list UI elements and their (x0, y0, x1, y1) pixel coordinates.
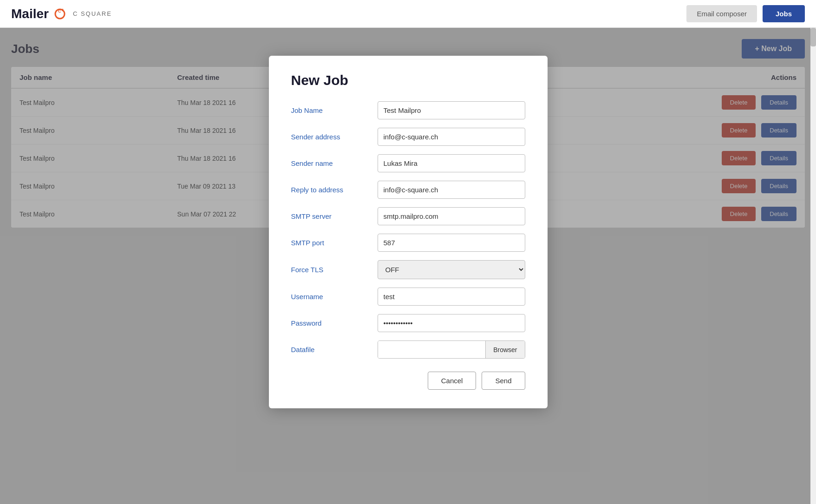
password-label: Password (291, 319, 370, 327)
svg-text:2: 2 (62, 8, 64, 12)
reply-to-address-input[interactable] (378, 181, 525, 199)
modal-title: New Job (291, 72, 525, 88)
password-input[interactable] (378, 314, 525, 332)
job-name-row: Job Name (291, 101, 525, 119)
datafile-label: Datafile (291, 346, 370, 353)
sender-name-input[interactable] (378, 154, 525, 172)
sender-address-input[interactable] (378, 128, 525, 146)
browser-button[interactable]: Browser (485, 341, 524, 358)
jobs-nav-button[interactable]: Jobs (763, 5, 805, 22)
smtp-port-input[interactable] (378, 234, 525, 252)
logo: Mailer C 2 C SQUARE (11, 6, 112, 22)
smtp-server-row: SMTP server (291, 207, 525, 225)
page-content: Jobs + New Job Job name Created time ed … (0, 28, 816, 504)
scrollbar-track[interactable] (810, 28, 816, 504)
datafile-input-wrap: Browser (378, 340, 525, 359)
sender-address-label: Sender address (291, 133, 370, 141)
cancel-button[interactable]: Cancel (428, 372, 477, 390)
header-nav: Email composer Jobs (686, 5, 805, 22)
username-input[interactable] (378, 288, 525, 306)
password-row: Password (291, 314, 525, 332)
reply-to-address-row: Reply to address (291, 181, 525, 199)
header: Mailer C 2 C SQUARE Email composer Jobs (0, 0, 816, 28)
scrollbar-thumb[interactable] (810, 28, 816, 46)
modal-overlay: New Job Job Name Sender address Sender n… (0, 28, 816, 504)
modal-actions: Cancel Send (291, 372, 525, 390)
username-label: Username (291, 293, 370, 301)
sender-name-row: Sender name (291, 154, 525, 172)
sender-address-row: Sender address (291, 128, 525, 146)
job-name-label: Job Name (291, 106, 370, 114)
datafile-row: Datafile Browser (291, 340, 525, 359)
datafile-input[interactable] (378, 341, 486, 358)
logo-text: Mailer (11, 7, 49, 21)
logo-brand: C SQUARE (73, 10, 112, 17)
reply-to-address-label: Reply to address (291, 186, 370, 194)
logo-icon: C 2 (52, 6, 69, 22)
send-button[interactable]: Send (482, 372, 525, 390)
username-row: Username (291, 288, 525, 306)
force-tls-select[interactable]: OFF ON (378, 260, 525, 279)
job-name-input[interactable] (378, 101, 525, 119)
new-job-modal: New Job Job Name Sender address Sender n… (269, 56, 548, 408)
sender-name-label: Sender name (291, 159, 370, 167)
email-composer-button[interactable]: Email composer (686, 5, 757, 22)
svg-text:C: C (58, 9, 61, 13)
smtp-server-input[interactable] (378, 207, 525, 225)
smtp-port-row: SMTP port (291, 234, 525, 252)
smtp-server-label: SMTP server (291, 212, 370, 220)
force-tls-label: Force TLS (291, 266, 370, 274)
force-tls-row: Force TLS OFF ON (291, 260, 525, 279)
smtp-port-label: SMTP port (291, 239, 370, 247)
